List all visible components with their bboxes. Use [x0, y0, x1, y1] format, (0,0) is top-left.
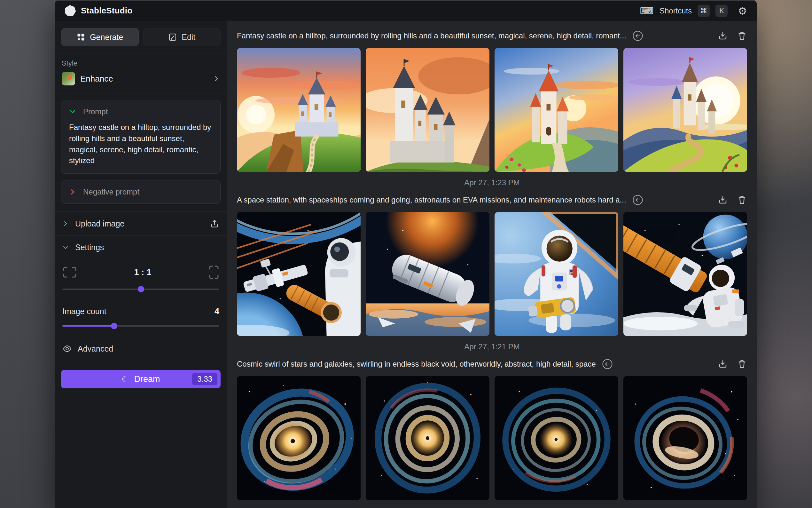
upload-icon[interactable]: [210, 219, 219, 228]
image-count-slider[interactable]: [62, 323, 219, 329]
chevron-down-icon: [62, 244, 69, 251]
credits-badge: 3.33: [192, 373, 218, 385]
negative-prompt-title: Negative prompt: [83, 187, 139, 197]
key-badge-k: K: [715, 5, 728, 17]
reuse-prompt-icon[interactable]: [632, 194, 643, 206]
mode-tabs: Generate Edit: [55, 21, 227, 53]
generated-image[interactable]: [623, 376, 747, 500]
timestamp: Apr 27, 1:21 PM: [464, 342, 520, 351]
image-count-value: 4: [214, 306, 219, 316]
moon-icon: ☾: [122, 374, 130, 384]
generated-image[interactable]: [366, 48, 489, 172]
aspect-ratio-slider[interactable]: [62, 286, 219, 292]
image-grid: [237, 48, 747, 172]
aspect-ratio-value: 1 : 1: [77, 267, 208, 278]
app-window: StableStudio ⌨ Shortcuts ⌘ K ⚙: [55, 0, 757, 508]
group-header: A space station, with spaceships coming …: [237, 194, 747, 206]
generated-image[interactable]: [494, 212, 618, 336]
settings-label: Settings: [75, 243, 104, 252]
style-section: Style Enhance: [55, 53, 227, 93]
generation-feed: Fantasy castle on a hilltop, surrounded …: [227, 21, 757, 508]
aspect-ratio-slider-thumb[interactable]: [138, 286, 144, 292]
prompt-input[interactable]: Fantasy castle on a hilltop, surrounded …: [69, 122, 212, 166]
dream-button-label: Dream: [134, 374, 160, 384]
tab-generate-label: Generate: [90, 33, 123, 42]
trash-icon[interactable]: [737, 195, 747, 205]
app-title: StableStudio: [81, 6, 132, 16]
download-icon[interactable]: [718, 359, 728, 369]
chevron-right-icon: [69, 188, 76, 196]
trash-icon[interactable]: [737, 359, 747, 369]
topbar: StableStudio ⌨ Shortcuts ⌘ K ⚙: [55, 1, 757, 21]
generated-image[interactable]: [237, 48, 361, 172]
aspect-ratio-row: 1 : 1: [62, 265, 219, 280]
generated-image[interactable]: [366, 212, 489, 336]
chevron-down-icon: [69, 108, 76, 115]
tab-edit[interactable]: Edit: [143, 28, 221, 46]
chevron-right-icon: [62, 220, 69, 227]
dream-button-wrap: ☾ Dream 3.33: [55, 363, 227, 395]
image-count-slider-thumb[interactable]: [111, 323, 117, 329]
settings-gear-icon[interactable]: ⚙: [738, 5, 747, 17]
prompt-panel-header[interactable]: Prompt: [69, 107, 212, 116]
upload-image-row[interactable]: Upload image: [55, 211, 227, 236]
dream-button[interactable]: ☾ Dream 3.33: [61, 370, 221, 388]
app-logo-icon: [64, 5, 76, 17]
chevron-right-icon: [213, 75, 220, 82]
prompt-panel: Prompt Fantasy castle on a hilltop, surr…: [61, 100, 221, 174]
download-icon[interactable]: [718, 31, 728, 41]
generated-image[interactable]: [494, 376, 618, 500]
timestamp-row: Apr 27, 1:21 PM: [237, 340, 747, 353]
generated-image[interactable]: [237, 376, 361, 500]
style-thumbnail: [62, 72, 75, 85]
timestamp-row: Apr 27, 1:23 PM: [237, 176, 747, 189]
group-header: Cosmic swirl of stars and galaxies, swir…: [237, 357, 747, 371]
tab-edit-label: Edit: [182, 33, 195, 42]
generated-image[interactable]: [237, 212, 361, 336]
style-value: Enhance: [80, 74, 113, 84]
reuse-prompt-icon[interactable]: [632, 30, 643, 42]
image-grid: [237, 376, 747, 500]
edit-pencil-icon: [168, 33, 177, 42]
group-prompt: Fantasy castle on a hilltop, surrounded …: [237, 31, 626, 40]
desktop-background: StableStudio ⌨ Shortcuts ⌘ K ⚙: [0, 0, 812, 508]
generated-image[interactable]: [623, 48, 747, 172]
upload-image-label: Upload image: [75, 219, 124, 228]
generated-image[interactable]: [494, 48, 618, 172]
settings-header[interactable]: Settings: [62, 243, 219, 252]
negative-prompt-header[interactable]: Negative prompt: [69, 187, 212, 197]
advanced-toggle[interactable]: Advanced: [62, 344, 219, 353]
generated-image[interactable]: [366, 376, 489, 500]
generated-image[interactable]: [623, 212, 747, 336]
settings-section: Settings 1 : 1: [55, 236, 227, 363]
trash-icon[interactable]: [737, 31, 747, 41]
portrait-frame-icon: [208, 265, 219, 280]
image-count-row: Image count 4: [62, 306, 219, 316]
eye-icon: [62, 344, 72, 353]
image-count-label: Image count: [62, 307, 106, 316]
shortcuts-button[interactable]: Shortcuts: [660, 6, 692, 15]
landscape-frame-icon: [62, 266, 77, 278]
image-grid: [237, 212, 747, 336]
download-icon[interactable]: [718, 195, 728, 205]
sidebar: Generate Edit Style Enhance: [55, 21, 227, 508]
advanced-label: Advanced: [78, 344, 113, 353]
style-selector[interactable]: Enhance: [62, 72, 220, 85]
style-label: Style: [62, 59, 220, 68]
group-prompt: A space station, with spaceships coming …: [237, 196, 626, 204]
tab-generate[interactable]: Generate: [61, 28, 139, 46]
timestamp: Apr 27, 1:23 PM: [464, 178, 520, 187]
key-badge-command: ⌘: [698, 5, 710, 17]
negative-prompt-panel: Negative prompt: [61, 180, 221, 204]
keyboard-icon: ⌨: [640, 5, 654, 16]
prompt-panel-title: Prompt: [83, 107, 108, 116]
generate-grid-icon: [77, 33, 85, 42]
group-header: Fantasy castle on a hilltop, surrounded …: [237, 30, 747, 42]
group-prompt: Cosmic swirl of stars and galaxies, swir…: [237, 359, 596, 369]
reuse-prompt-icon[interactable]: [602, 358, 613, 370]
